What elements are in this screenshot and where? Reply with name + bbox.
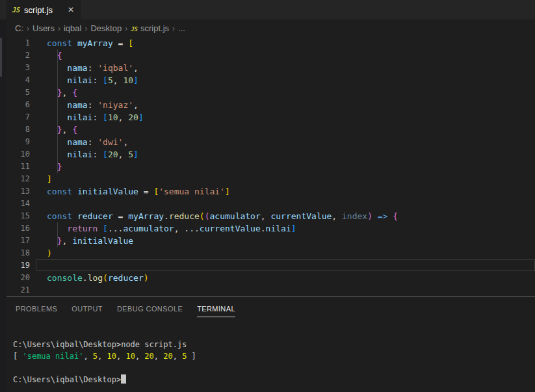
code-token: , bbox=[261, 211, 271, 221]
breadcrumb-item-label: script.js bbox=[140, 23, 169, 33]
code-line[interactable]: 18) bbox=[7, 247, 535, 259]
code-line[interactable]: 1const myArray = [ bbox=[7, 37, 535, 49]
code-line[interactable]: 17 }, initialValue bbox=[7, 235, 535, 247]
code-token: { bbox=[57, 51, 62, 60]
code-token: : bbox=[92, 150, 103, 159]
breadcrumb-item[interactable]: Users bbox=[33, 23, 55, 33]
breadcrumb-separator-icon: › bbox=[27, 24, 29, 33]
code-text: ) bbox=[47, 247, 52, 259]
code-line[interactable]: 7 nilai: [10, 20] bbox=[7, 111, 535, 124]
code-text: nilai: [10, 20] bbox=[47, 111, 144, 124]
breadcrumb-item[interactable]: C: bbox=[15, 23, 23, 33]
code-token: currentValue bbox=[200, 224, 261, 233]
code-token: [ bbox=[103, 75, 108, 85]
code-token: { bbox=[72, 125, 77, 135]
code-token: ] bbox=[133, 75, 138, 85]
line-number: 3 bbox=[7, 62, 30, 74]
vscode-window: JS script.js ✕ C:›Users›iqbal›Desktop›JS… bbox=[0, 0, 535, 392]
line-number: 12 bbox=[7, 173, 30, 185]
panel-tab-terminal[interactable]: TERMINAL bbox=[197, 305, 235, 317]
code-line[interactable]: 12] bbox=[7, 173, 535, 185]
code-token: ] bbox=[133, 150, 138, 159]
breadcrumb-item-label: ... bbox=[178, 23, 185, 33]
code-token: 10 bbox=[108, 112, 118, 122]
code-line[interactable]: 9 nama: 'dwi', bbox=[7, 136, 535, 148]
breadcrumb-item-label: C: bbox=[15, 23, 23, 33]
code-token: , bbox=[62, 88, 72, 98]
code-text: nilai: [5, 10] bbox=[47, 74, 138, 86]
code-token bbox=[47, 100, 67, 110]
code-line[interactable]: 21 bbox=[7, 284, 535, 296]
code-token: , bbox=[116, 352, 125, 361]
code-token: 20 bbox=[108, 150, 118, 159]
code-token: ( bbox=[103, 273, 108, 283]
code-token: const bbox=[47, 38, 77, 48]
code-line[interactable]: 14 bbox=[7, 198, 535, 210]
code-token: ... bbox=[184, 224, 199, 233]
code-token: reduce bbox=[169, 211, 200, 221]
code-line[interactable]: 8 }, { bbox=[7, 124, 535, 136]
line-number: 1 bbox=[7, 37, 30, 49]
line-number: 10 bbox=[7, 148, 30, 161]
code-token: 20 bbox=[163, 352, 172, 361]
terminal-line: C:\Users\iqbal\Desktop> bbox=[13, 374, 535, 385]
breadcrumb-item[interactable]: ... bbox=[178, 23, 185, 33]
line-number: 2 bbox=[7, 49, 30, 62]
panel-tab-debug-console[interactable]: DEBUG CONSOLE bbox=[117, 305, 183, 317]
code-line[interactable]: 11 } bbox=[7, 161, 535, 173]
tab-label: script.js bbox=[24, 5, 53, 15]
code-text: }, initialValue bbox=[47, 235, 133, 247]
code-editor[interactable]: 1const myArray = [2 {3 nama: 'iqbal',4 n… bbox=[7, 37, 535, 296]
code-line[interactable]: 10 nilai: [20, 5] bbox=[7, 148, 535, 161]
code-line[interactable]: 6 nama: 'niyaz', bbox=[7, 99, 535, 111]
terminal-line: C:\Users\iqbal\Desktop>node script.js bbox=[13, 339, 535, 350]
breadcrumb-item[interactable]: iqbal bbox=[64, 23, 81, 33]
code-token: : bbox=[88, 100, 98, 110]
code-line[interactable]: 2 { bbox=[7, 49, 535, 62]
code-token: ) bbox=[47, 248, 52, 258]
code-token: 10 bbox=[125, 352, 135, 361]
code-token bbox=[98, 224, 103, 233]
terminal-line bbox=[13, 362, 535, 374]
code-token: [ bbox=[103, 112, 108, 122]
code-token: : bbox=[88, 137, 98, 147]
code-token: index bbox=[342, 211, 367, 221]
code-line[interactable]: 3 nama: 'iqbal', bbox=[7, 62, 535, 74]
line-number: 8 bbox=[7, 124, 30, 136]
panel-tab-problems[interactable]: PROBLEMS bbox=[16, 305, 57, 317]
breadcrumb: C:›Users›iqbal›Desktop›JSscript.js›... bbox=[7, 20, 535, 37]
code-line[interactable]: 4 nilai: [5, 10] bbox=[7, 74, 535, 86]
code-token: , bbox=[98, 352, 107, 361]
code-token: 'niyaz' bbox=[98, 100, 133, 110]
code-token: , bbox=[174, 224, 185, 233]
code-line[interactable]: 19 bbox=[7, 259, 535, 272]
tab-script-js[interactable]: JS script.js ✕ bbox=[7, 0, 81, 20]
code-line[interactable]: 5 }, { bbox=[7, 86, 535, 99]
code-token bbox=[47, 125, 57, 135]
code-line[interactable]: 16 return [...acumulator, ...currentValu… bbox=[7, 222, 535, 235]
line-number: 6 bbox=[7, 99, 30, 111]
code-token: initialValue bbox=[77, 187, 138, 196]
code-line[interactable]: 13const initialValue = ['semua nilai'] bbox=[7, 185, 535, 198]
code-token: initialValue bbox=[72, 236, 133, 246]
code-token: , bbox=[135, 352, 144, 361]
code-token: [ bbox=[13, 352, 22, 361]
code-token: nilai bbox=[67, 112, 92, 122]
panel-tab-output[interactable]: OUTPUT bbox=[72, 305, 103, 317]
code-line[interactable]: 15const reducer = myArray.reduce((acumul… bbox=[7, 210, 535, 222]
code-token: 'dwi' bbox=[98, 137, 123, 147]
close-icon[interactable]: ✕ bbox=[68, 5, 74, 14]
breadcrumb-item[interactable]: JSscript.js bbox=[131, 23, 169, 33]
code-token: nilai bbox=[266, 224, 291, 233]
line-number: 14 bbox=[7, 198, 30, 210]
code-text: nilai: [20, 5] bbox=[47, 148, 138, 161]
code-line[interactable]: 20console.log(reducer) bbox=[7, 272, 535, 284]
code-token: currentValue bbox=[270, 211, 332, 221]
code-token: nama bbox=[67, 100, 87, 110]
terminal[interactable]: C:\Users\iqbal\Desktop>node script.js[ '… bbox=[7, 325, 535, 392]
code-token: , bbox=[173, 352, 182, 361]
editor-tab-bar: JS script.js ✕ bbox=[7, 0, 535, 20]
terminal-cursor bbox=[121, 374, 126, 384]
code-text: nama: 'dwi', bbox=[47, 136, 128, 148]
breadcrumb-item[interactable]: Desktop bbox=[90, 23, 122, 33]
